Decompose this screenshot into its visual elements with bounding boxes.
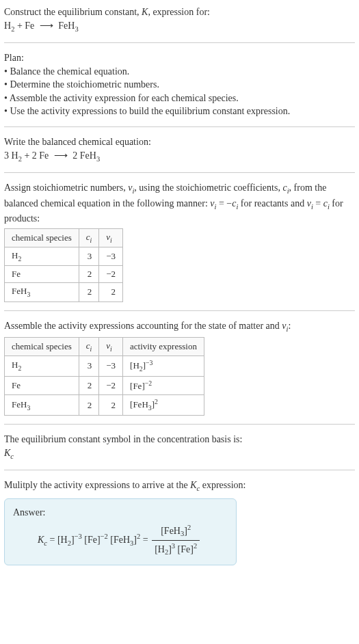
cell-species: FeH3 (5, 283, 79, 301)
cell-species: H2 (5, 356, 79, 377)
K-symbol: K (142, 7, 148, 17)
assign-section: Assign stoichiometric numbers, νi, using… (4, 181, 355, 310)
act-t1: Assemble the activity expressions accoun… (4, 321, 282, 331)
cell-species: Fe (5, 266, 79, 283)
sp-sub: 3 (27, 403, 30, 411)
col-activity: activity expression (123, 338, 204, 356)
table-row: H2 3 −3 (5, 247, 123, 265)
fd2-sup: 2 (194, 542, 197, 550)
cell-c: 3 (79, 247, 99, 265)
col-species: chemical species (5, 228, 79, 247)
table-header-row: chemical species ci νi activity expressi… (5, 338, 204, 356)
stoich-table: chemical species ci νi H2 3 −3 Fe 2 −2 F… (4, 228, 123, 302)
c-hdr-sub: i (90, 345, 92, 353)
ans-t1: [H (57, 535, 68, 545)
cell-c: 2 (79, 266, 99, 283)
fn: [FeH (161, 526, 181, 536)
kc-K: K (4, 448, 10, 458)
plan-bullet-4: • Use the activity expressions to build … (4, 105, 355, 118)
fn-sup: 2 (187, 524, 191, 531)
a-open: [Fe (130, 381, 142, 391)
assign-t1: Assign stoichiometric numbers, (4, 183, 128, 193)
col-nu: νi (99, 228, 123, 247)
plan-bullet-2: • Determine the stoichiometric numbers. (4, 78, 355, 92)
cell-species: H2 (5, 247, 79, 265)
sp: FeH (12, 399, 27, 410)
sp: H (12, 360, 18, 370)
col-species: chemical species (5, 338, 79, 356)
table-row: FeH3 2 2 [FeH3]2 (5, 395, 204, 416)
col-nu: νi (99, 338, 123, 356)
final-section: Mulitply the activity expressions to arr… (4, 479, 355, 574)
cell-activity: [H2]−3 (123, 356, 204, 377)
assign-t4: for reactants and (238, 198, 306, 209)
sp: FeH (12, 286, 27, 296)
construct-line: Construct the equilibrium constant, K, e… (4, 5, 355, 19)
activity-text: Assemble the activity expressions accoun… (4, 319, 355, 334)
eq-rhs-sub: 3 (75, 25, 78, 32)
cell-activity: [FeH3]2 (123, 395, 204, 416)
frac-numerator: [FeH3]2 (152, 523, 200, 541)
mul-t1: Mulitply the activity expressions to arr… (4, 480, 190, 490)
assign-text: Assign stoichiometric numbers, νi, using… (4, 181, 355, 226)
cell-species: FeH3 (5, 395, 79, 416)
ans-t2-sup: −2 (101, 533, 108, 540)
answer-label: Answer: (13, 506, 228, 520)
cell-nu: −2 (99, 266, 123, 283)
mul-t2: expression: (200, 480, 245, 490)
col-c: ci (79, 228, 99, 247)
unbalanced-equation: H2 + Fe ⟶ FeH3 (4, 19, 355, 34)
answer-equation: Kc = [H2]−3 [Fe]−2 [FeH3]2 = [FeH3]2[H2]… (13, 523, 228, 558)
plan-bullet-1: • Balance the chemical equation. (4, 65, 355, 79)
plan-title: Plan: (4, 51, 355, 65)
construct-text-1: Construct the equilibrium constant, (4, 7, 142, 17)
bal-lhs: 3 H (4, 150, 18, 161)
ans-t3: [FeH (108, 535, 130, 545)
cell-nu: −2 (99, 376, 123, 395)
cell-nu: 2 (99, 283, 123, 301)
multiply-text: Mulitply the activity expressions to arr… (4, 479, 355, 494)
ans-eq2: = (140, 535, 150, 545)
table-row: Fe 2 −2 [Fe]−2 (5, 376, 204, 395)
sp-sub: 2 (18, 364, 21, 372)
sp: Fe (12, 269, 21, 279)
a-sup: −3 (146, 359, 152, 366)
cell-nu: 2 (99, 395, 123, 416)
assign-t2: , using the stoichiometric coefficients, (134, 183, 282, 193)
arrow-icon: ⟶ (37, 21, 56, 31)
cell-c: 2 (79, 395, 99, 416)
ans-eq: = (47, 535, 57, 545)
table-header-row: chemical species ci νi (5, 228, 123, 247)
answer-box: Answer: Kc = [H2]−3 [Fe]−2 [FeH3]2 = [Fe… (4, 498, 237, 566)
ans-K: K (38, 535, 44, 545)
bal-rhs: 2 FeH (72, 150, 96, 161)
balanced-section: Write the balanced chemical equation: 3 … (4, 135, 355, 173)
balanced-equation: 3 H2 + 2 Fe ⟶ 2 FeH3 (4, 149, 355, 164)
eq-lhs: H (4, 21, 11, 31)
cell-nu: −3 (99, 247, 123, 265)
table-row: H2 3 −3 [H2]−3 (5, 356, 204, 377)
eq1-mid: = − (216, 198, 232, 209)
act-t2: : (288, 321, 291, 331)
cell-activity: [Fe]−2 (123, 376, 204, 395)
arrow-icon: ⟶ (51, 150, 70, 161)
a-open: [FeH (130, 400, 148, 410)
activity-section: Assemble the activity expressions accoun… (4, 319, 355, 425)
balanced-title: Write the balanced chemical equation: (4, 135, 355, 149)
kc-sub: c (10, 452, 14, 459)
eq-rhs: FeH (58, 21, 75, 31)
problem-header: Construct the equilibrium constant, K, e… (4, 5, 355, 43)
sp: H (12, 250, 18, 260)
sp-sub: 3 (27, 291, 30, 298)
cell-c: 2 (79, 376, 99, 395)
ans-t2: [Fe] (82, 535, 101, 545)
cell-c: 3 (79, 356, 99, 377)
plan-bullet-3: • Assemble the activity expression for e… (4, 92, 355, 105)
nu-hdr-sub: i (110, 345, 112, 353)
kc-symbol: Kc (4, 446, 355, 461)
answer-fraction: [FeH3]2[H2]3 [Fe]2 (152, 523, 200, 558)
construct-text-2: , expression for: (148, 7, 210, 17)
table-row: FeH3 2 2 (5, 283, 123, 301)
mul-K: K (190, 480, 196, 490)
cell-species: Fe (5, 376, 79, 395)
